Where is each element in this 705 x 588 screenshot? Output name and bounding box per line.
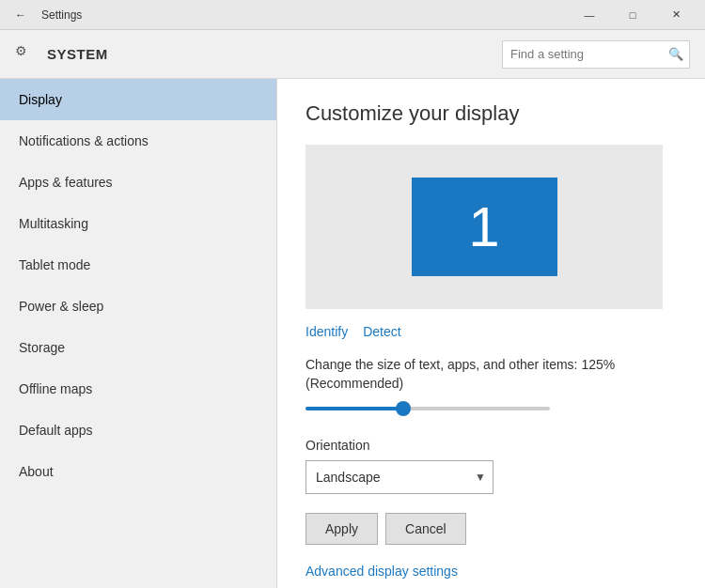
sidebar-item-multitasking[interactable]: Multitasking (0, 203, 276, 244)
orientation-label: Orientation (306, 438, 677, 453)
search-icon: 🔍 (668, 47, 683, 61)
back-button[interactable]: ← (8, 2, 34, 28)
sidebar-label-display: Display (19, 92, 62, 107)
sidebar-label-multitasking: Multitasking (19, 216, 88, 231)
sidebar-item-display[interactable]: Display (0, 79, 276, 120)
sidebar-label-notifications: Notifications & actions (19, 133, 149, 148)
sidebar-item-notifications[interactable]: Notifications & actions (0, 120, 276, 162)
sidebar-item-power[interactable]: Power & sleep (0, 286, 276, 327)
title-bar: ← Settings — □ ✕ (0, 0, 705, 30)
app-title: SYSTEM (47, 46, 502, 62)
close-button[interactable]: ✕ (654, 0, 697, 30)
sidebar-item-tablet[interactable]: Tablet mode (0, 244, 276, 286)
sidebar-label-default-apps: Default apps (19, 423, 93, 438)
monitor-number: 1 (468, 194, 499, 259)
title-bar-left: ← Settings (8, 2, 568, 28)
title-bar-controls: — □ ✕ (568, 0, 697, 30)
sidebar-item-apps[interactable]: Apps & features (0, 162, 276, 203)
display-preview: 1 (306, 145, 663, 309)
orientation-select[interactable]: Landscape Portrait Landscape (flipped) P… (306, 460, 494, 494)
sidebar-label-storage: Storage (19, 340, 65, 355)
sidebar-item-about[interactable]: About (0, 451, 276, 492)
slider-thumb[interactable] (396, 401, 411, 416)
sidebar-item-default-apps[interactable]: Default apps (0, 410, 276, 451)
sidebar-label-about: About (19, 464, 54, 479)
sidebar-label-offline: Offline maps (19, 381, 92, 396)
system-icon: ⚙ (15, 43, 38, 66)
title-bar-title: Settings (41, 8, 82, 22)
display-links: Identify Detect (306, 324, 677, 339)
app-header: ⚙ SYSTEM 🔍 (0, 30, 705, 79)
orientation-select-wrapper: Landscape Portrait Landscape (flipped) P… (306, 460, 494, 494)
window: ← Settings — □ ✕ ⚙ SYSTEM 🔍 Display Noti… (0, 0, 705, 588)
advanced-display-settings-link[interactable]: Advanced display settings (306, 564, 458, 579)
sidebar-label-tablet: Tablet mode (19, 257, 90, 272)
monitor-box: 1 (412, 178, 557, 276)
main-content: Customize your display 1 Identify Detect… (277, 79, 705, 588)
maximize-button[interactable]: □ (611, 0, 654, 30)
sidebar-label-apps: Apps & features (19, 175, 113, 190)
slider-track (306, 407, 550, 410)
search-box[interactable]: 🔍 (502, 40, 690, 69)
page-title: Customize your display (306, 101, 677, 126)
sidebar-label-power: Power & sleep (19, 299, 103, 314)
size-setting-text: Change the size of text, apps, and other… (306, 356, 677, 393)
slider-fill (306, 407, 403, 410)
cancel-button[interactable]: Cancel (385, 513, 466, 545)
apply-button[interactable]: Apply (306, 513, 378, 545)
search-input[interactable] (510, 47, 668, 61)
sidebar-item-offline[interactable]: Offline maps (0, 368, 276, 410)
button-row: Apply Cancel (306, 513, 677, 545)
minimize-button[interactable]: — (568, 0, 611, 30)
sidebar-item-storage[interactable]: Storage (0, 327, 276, 368)
identify-link[interactable]: Identify (306, 324, 348, 339)
sidebar: Display Notifications & actions Apps & f… (0, 79, 277, 588)
size-slider-container[interactable] (306, 398, 550, 419)
detect-link[interactable]: Detect (363, 324, 400, 339)
main-layout: Display Notifications & actions Apps & f… (0, 79, 705, 588)
